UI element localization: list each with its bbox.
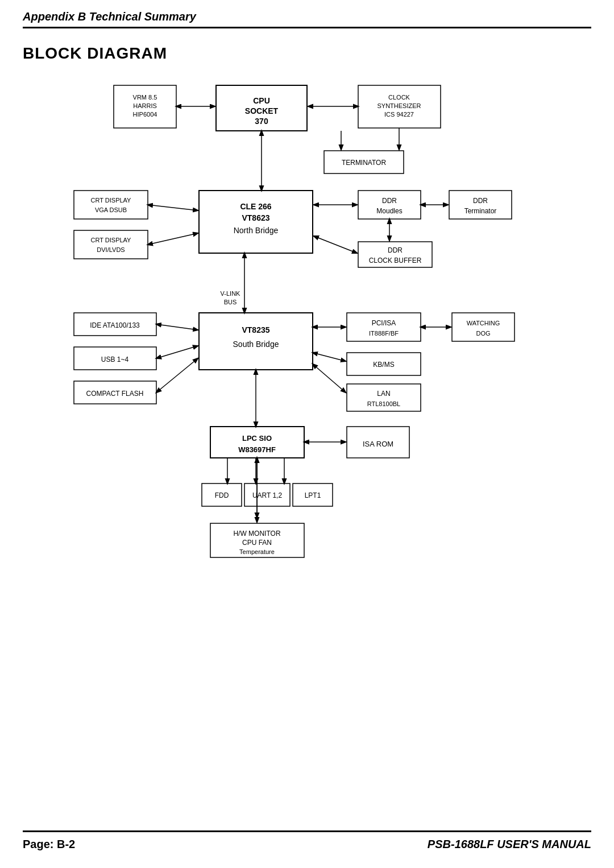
svg-text:370: 370 — [255, 117, 268, 126]
svg-text:H/W MONITOR: H/W MONITOR — [233, 530, 280, 538]
footer-page-number: Page: B-2 — [23, 838, 75, 851]
svg-text:CLE 266: CLE 266 — [240, 202, 271, 211]
svg-text:CPU FAN: CPU FAN — [242, 539, 272, 547]
svg-rect-23 — [74, 191, 148, 219]
block-diagram: CPU SOCKET 370 VRM 8.5 HARRIS HIP6004 CL… — [23, 68, 591, 626]
svg-text:CRT DISPLAY: CRT DISPLAY — [91, 237, 132, 243]
svg-text:TERMINATOR: TERMINATOR — [342, 159, 387, 167]
svg-text:HIP6004: HIP6004 — [133, 111, 157, 118]
footer-manual-title: PSB-1688LF USER'S MANUAL — [428, 838, 591, 851]
svg-text:DDR: DDR — [382, 197, 397, 205]
svg-line-57 — [156, 346, 198, 358]
svg-text:ISA ROM: ISA ROM — [363, 440, 393, 448]
svg-text:COMPACT FLASH: COMPACT FLASH — [86, 390, 144, 398]
svg-text:LAN: LAN — [377, 390, 390, 398]
svg-text:Moudles: Moudles — [376, 207, 402, 215]
page-footer: Page: B-2 PSB-1688LF USER'S MANUAL — [23, 830, 591, 851]
svg-text:CLOCK: CLOCK — [388, 94, 410, 101]
svg-text:W83697HF: W83697HF — [238, 445, 276, 454]
svg-line-29 — [148, 205, 198, 210]
svg-text:VT8623: VT8623 — [242, 213, 269, 222]
header-title: Appendix B Technical Summary — [23, 10, 196, 23]
svg-text:DVI/LVDS: DVI/LVDS — [97, 246, 125, 253]
svg-line-58 — [156, 358, 198, 392]
svg-rect-59 — [347, 313, 421, 341]
svg-text:CPU: CPU — [253, 96, 270, 105]
svg-text:VRM 8.5: VRM 8.5 — [133, 94, 157, 101]
svg-text:SYNTHESIZER: SYNTHESIZER — [377, 102, 421, 109]
svg-text:CRT DISPLAY: CRT DISPLAY — [91, 197, 132, 204]
svg-text:Temperature: Temperature — [239, 548, 275, 555]
svg-text:IT888F/BF: IT888F/BF — [369, 330, 399, 337]
svg-text:HARRIS: HARRIS — [133, 102, 157, 109]
svg-text:SOCKET: SOCKET — [245, 106, 279, 115]
svg-rect-26 — [74, 230, 148, 259]
svg-text:Terminator: Terminator — [464, 207, 497, 215]
svg-text:DDR: DDR — [388, 246, 403, 254]
page-header: Appendix B Technical Summary — [23, 0, 591, 28]
diagram-svg: CPU SOCKET 370 VRM 8.5 HARRIS HIP6004 CL… — [23, 68, 591, 626]
svg-text:ICS 94227: ICS 94227 — [384, 111, 414, 118]
svg-text:LPC SIO: LPC SIO — [242, 434, 272, 443]
svg-text:KB/MS: KB/MS — [373, 361, 394, 369]
svg-text:South  Bridge: South Bridge — [233, 340, 279, 349]
svg-text:VT8235: VT8235 — [242, 325, 269, 334]
svg-line-42 — [314, 236, 357, 253]
svg-line-72 — [313, 353, 346, 361]
svg-text:CLOCK BUFFER: CLOCK BUFFER — [369, 257, 422, 264]
svg-line-73 — [313, 364, 346, 392]
svg-text:DDR: DDR — [473, 197, 488, 205]
svg-text:WATCHING: WATCHING — [467, 320, 500, 326]
svg-text:RTL8100BL: RTL8100BL — [367, 400, 401, 407]
svg-text:DOG: DOG — [476, 330, 490, 337]
svg-line-56 — [156, 324, 198, 330]
svg-line-30 — [148, 233, 198, 245]
svg-rect-62 — [452, 313, 515, 341]
svg-text:LPT1: LPT1 — [305, 491, 321, 499]
svg-text:USB 1~4: USB 1~4 — [101, 356, 129, 363]
page-title: BLOCK DIAGRAM — [23, 44, 591, 63]
svg-text:BUS: BUS — [224, 299, 237, 305]
svg-text:IDE ATA100/133: IDE ATA100/133 — [90, 321, 140, 329]
svg-text:FDD: FDD — [215, 491, 229, 499]
page-container: Appendix B Technical Summary BLOCK DIAGR… — [0, 0, 614, 868]
svg-text:V-LINK: V-LINK — [221, 290, 241, 297]
svg-text:North Bridge: North Bridge — [234, 226, 279, 235]
svg-text:PCI/ISA: PCI/ISA — [372, 319, 396, 327]
svg-text:VGA DSUB: VGA DSUB — [95, 206, 127, 213]
